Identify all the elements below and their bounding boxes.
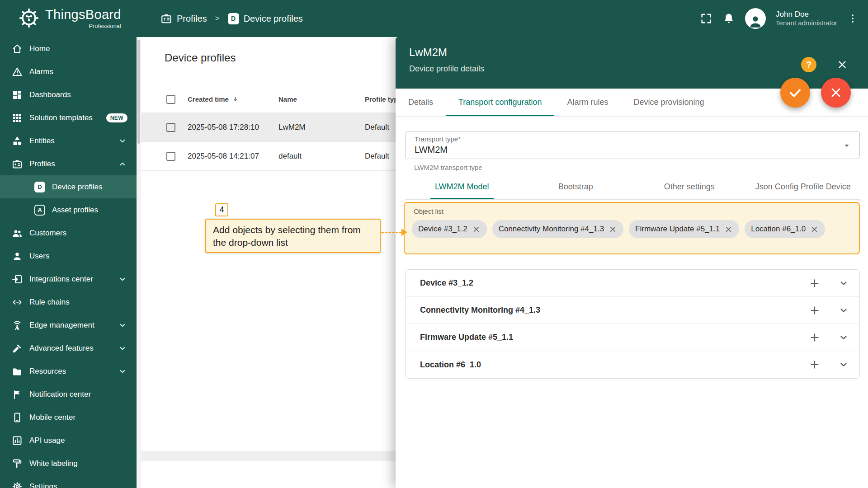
- expand-chevron-icon[interactable]: [838, 359, 849, 371]
- annotation-step-badge: 4: [215, 203, 228, 216]
- chip-location[interactable]: Location #6_1.0: [745, 220, 825, 238]
- expand-chevron-icon[interactable]: [838, 332, 849, 343]
- sidebar-scrollbar[interactable]: [137, 37, 141, 488]
- sidebar-item-edge-management[interactable]: Edge management: [0, 314, 137, 337]
- sidebar-item-profiles[interactable]: Profiles: [0, 152, 137, 175]
- close-icon: [836, 59, 848, 70]
- remove-chip-icon[interactable]: [810, 225, 819, 234]
- user-name: John Doe: [776, 9, 837, 19]
- row-checkbox[interactable]: [166, 123, 175, 132]
- sidebar-item-users[interactable]: Users: [0, 244, 137, 267]
- remove-chip-icon[interactable]: [724, 225, 733, 234]
- sidebar-item-notification-center[interactable]: Notification center: [0, 383, 137, 406]
- device-profile-icon: D: [228, 13, 239, 24]
- object-list-field[interactable]: Object list Device #3_1.2 Connectivity M…: [404, 202, 860, 254]
- sidebar-item-label: Home: [29, 44, 50, 53]
- chevron-down-icon: [118, 343, 127, 353]
- remove-chip-icon[interactable]: [472, 225, 481, 234]
- select-all-checkbox[interactable]: [166, 95, 175, 104]
- sidebar-item-alarms[interactable]: Alarms: [0, 60, 137, 83]
- fullscreen-button[interactable]: [700, 12, 712, 25]
- device-profiles-icon: D: [34, 182, 45, 192]
- accordion-row-firmware-update[interactable]: Firmware Update #5_1.1: [406, 324, 859, 351]
- chip-connectivity-monitoring[interactable]: Connectivity Monitoring #4_1.3: [492, 220, 623, 238]
- sidebar-item-asset-profiles[interactable]: A Asset profiles: [0, 198, 137, 221]
- close-panel-button[interactable]: [836, 59, 848, 70]
- sidebar-item-label: Notification center: [29, 390, 91, 399]
- column-name[interactable]: Name: [278, 95, 365, 103]
- expand-chevron-icon[interactable]: [838, 305, 849, 316]
- chip-firmware-update[interactable]: Firmware Update #5_1.1: [629, 220, 739, 238]
- sidebar-item-resources[interactable]: Resources: [0, 360, 137, 383]
- sidebar-item-home[interactable]: Home: [0, 37, 137, 60]
- tab-transport-configuration[interactable]: Transport configuration: [446, 89, 554, 116]
- subtab-lwm2m-model[interactable]: LWM2M Model: [405, 174, 519, 199]
- annotation-arrow: [401, 229, 407, 236]
- panel-subtitle: Device profile details: [409, 64, 484, 74]
- column-created-time[interactable]: Created time: [188, 95, 229, 103]
- thingsboard-logo[interactable]: ThingsBoard Professional: [18, 7, 121, 29]
- sidebar-item-dashboards[interactable]: Dashboards: [0, 83, 137, 106]
- sidebar: Home Alarms Dashboards Solution template…: [0, 37, 141, 488]
- add-instance-button[interactable]: [809, 332, 821, 343]
- accordion-row-connectivity-monitoring[interactable]: Connectivity Monitoring #4_1.3: [406, 297, 859, 324]
- chevron-down-icon: [118, 320, 127, 330]
- page-title: Device profiles: [165, 52, 236, 64]
- sidebar-item-label: Dashboards: [29, 90, 71, 99]
- sidebar-item-solution-templates[interactable]: Solution templates NEW: [0, 106, 137, 129]
- sidebar-item-entities[interactable]: Entities: [0, 129, 137, 152]
- fullscreen-icon: [700, 12, 712, 25]
- tab-alarm-rules[interactable]: Alarm rules: [554, 89, 621, 116]
- user-avatar[interactable]: [745, 8, 766, 29]
- apply-changes-button[interactable]: [780, 78, 810, 108]
- more-menu-button[interactable]: [847, 13, 858, 24]
- sidebar-item-mobile-center[interactable]: Mobile center: [0, 406, 137, 429]
- tab-details[interactable]: Details: [396, 89, 446, 116]
- sidebar-item-label: Customers: [29, 229, 66, 238]
- add-instance-button[interactable]: [809, 359, 821, 371]
- sidebar-item-white-labeling[interactable]: White labeling: [0, 452, 137, 475]
- device-profile-details-panel: LwM2M Device profile details ? Details T…: [396, 37, 868, 488]
- badge-icon: [12, 159, 23, 169]
- add-instance-button[interactable]: [809, 277, 821, 289]
- transport-type-select[interactable]: Transport type* LWM2M: [405, 131, 860, 159]
- chip-device[interactable]: Device #3_1.2: [412, 220, 487, 238]
- sort-arrow-down-icon[interactable]: [231, 95, 239, 103]
- integration-icon: [12, 274, 23, 285]
- sidebar-item-advanced-features[interactable]: Advanced features: [0, 337, 137, 360]
- add-instance-button[interactable]: [809, 305, 821, 316]
- sidebar-item-rule-chains[interactable]: Rule chains: [0, 291, 137, 314]
- mobile-icon: [12, 412, 23, 423]
- help-button[interactable]: ?: [801, 57, 816, 72]
- subtab-json-config-profile-device[interactable]: Json Config Profile Device: [746, 174, 860, 199]
- expand-chevron-icon[interactable]: [838, 277, 849, 289]
- user-menu[interactable]: John Doe Tenant administrator: [776, 9, 837, 28]
- panel-title: LwM2M: [409, 46, 447, 59]
- tab-device-provisioning[interactable]: Device provisioning: [621, 89, 717, 116]
- transport-type-value: LWM2M: [415, 145, 448, 155]
- remove-chip-icon[interactable]: [609, 225, 617, 234]
- sidebar-item-settings[interactable]: Settings: [0, 475, 137, 488]
- sidebar-item-device-profiles[interactable]: D Device profiles: [0, 175, 137, 198]
- sidebar-item-integrations-center[interactable]: Integrations center: [0, 267, 137, 291]
- home-icon: [12, 43, 23, 54]
- annotation-connector-line: [381, 232, 402, 233]
- sidebar-item-label: Entities: [29, 136, 55, 145]
- breadcrumb-profiles[interactable]: Profiles: [160, 13, 207, 24]
- accordion-row-location[interactable]: Location #6_1.0: [406, 351, 859, 378]
- apps-grid-icon: [12, 113, 23, 123]
- logo-subtitle: Professional: [45, 23, 121, 29]
- subtab-other-settings[interactable]: Other settings: [632, 174, 746, 199]
- row-checkbox[interactable]: [166, 152, 175, 161]
- discard-changes-button[interactable]: [821, 78, 851, 108]
- notifications-button[interactable]: [722, 12, 735, 25]
- dropdown-arrow-icon[interactable]: [841, 140, 852, 151]
- breadcrumb-device-profiles-label: Device profiles: [244, 14, 303, 24]
- sidebar-item-api-usage[interactable]: API usage: [0, 429, 137, 452]
- sidebar-item-customers[interactable]: Customers: [0, 221, 137, 244]
- subtab-bootstrap[interactable]: Bootstrap: [519, 174, 633, 199]
- logo-gear-icon: [18, 7, 40, 29]
- scrollbar-thumb[interactable]: [137, 40, 140, 144]
- accordion-row-device[interactable]: Device #3_1.2: [406, 270, 859, 297]
- breadcrumb-device-profiles[interactable]: D Device profiles: [228, 13, 303, 24]
